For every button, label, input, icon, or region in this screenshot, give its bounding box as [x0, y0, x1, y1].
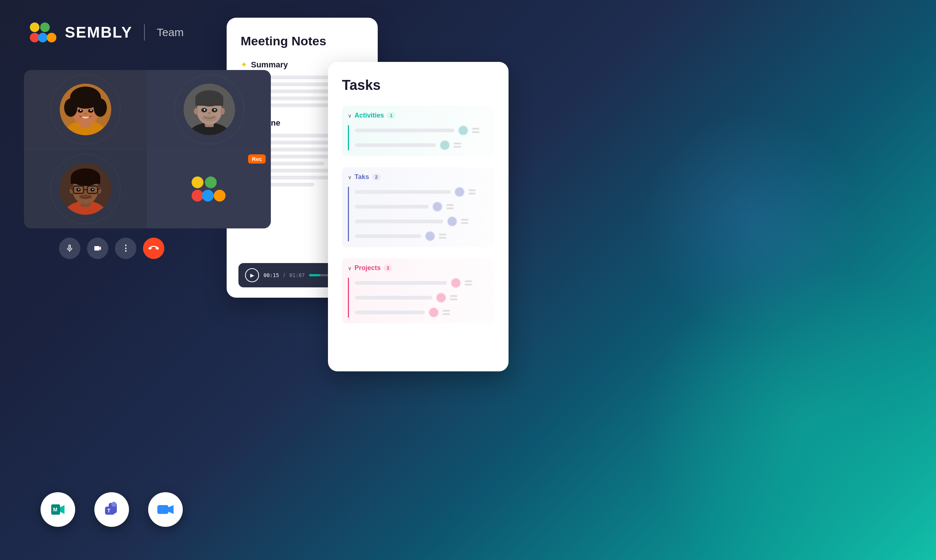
end-call-button[interactable] [143, 238, 164, 259]
svg-point-16 [83, 92, 89, 99]
taks-count: 2 [372, 174, 381, 180]
svg-point-63 [214, 190, 226, 202]
activities-count: 1 [387, 112, 396, 119]
svg-text:T: T [107, 508, 111, 514]
activities-chevron: ∨ [348, 113, 351, 118]
svg-point-19 [97, 101, 105, 108]
avatar-woman [60, 84, 111, 135]
meeting-notes-title: Meeting Notes [241, 34, 364, 48]
tasks-title: Tasks [342, 77, 494, 93]
svg-point-3 [38, 33, 48, 42]
taks-section: ∨ Taks 2 [342, 167, 494, 247]
tasks-card: Tasks ∨ Activities 1 [328, 62, 508, 371]
current-time: 00:15 [263, 272, 279, 278]
svg-point-0 [30, 23, 39, 32]
header: SEMBLY Team [29, 22, 184, 43]
video-cell-2 [148, 70, 271, 149]
progress-bar-fill [309, 274, 320, 276]
brand-name: SEMBLY [65, 23, 132, 41]
projects-section: ∨ Projects 3 [342, 258, 494, 323]
taks-chevron: ∨ [348, 174, 351, 180]
svg-point-14 [70, 96, 77, 102]
svg-point-62 [202, 190, 214, 202]
sembly-logo-icon [29, 22, 59, 43]
summary-icon: ✦ [241, 60, 247, 70]
camera-button[interactable] [87, 238, 108, 259]
sembly-mini-logo [191, 176, 228, 202]
more-button[interactable]: ⋮ [115, 238, 136, 259]
video-cell-3 [24, 149, 148, 228]
svg-point-68 [111, 502, 117, 507]
activities-label: Activities [354, 112, 384, 119]
svg-point-22 [80, 109, 82, 111]
rec-badge: Rec [248, 154, 266, 163]
video-cell-1 [24, 70, 148, 149]
svg-point-24 [84, 113, 87, 115]
svg-point-23 [90, 109, 92, 111]
svg-point-61 [192, 190, 203, 202]
svg-rect-71 [157, 505, 168, 514]
svg-point-4 [47, 33, 56, 42]
svg-point-15 [77, 94, 83, 100]
taks-label: Taks [354, 173, 369, 181]
activities-section: ∨ Activities 1 [342, 106, 494, 156]
svg-point-60 [205, 177, 217, 188]
summary-label: Summary [251, 60, 288, 70]
integration-icons-row: M T [40, 492, 183, 527]
svg-marker-65 [60, 505, 65, 514]
projects-label: Projects [354, 264, 381, 272]
google-meet-icon[interactable]: M [40, 492, 75, 527]
svg-point-59 [192, 177, 203, 188]
projects-count: 3 [383, 265, 392, 272]
microsoft-teams-icon[interactable]: T [94, 492, 129, 527]
total-time: 01:07 [289, 272, 305, 278]
play-button[interactable]: ▶ [245, 268, 259, 282]
video-cell-sembly: Rec [148, 149, 271, 228]
mic-button[interactable] [59, 238, 80, 259]
video-call-panel: Rec [24, 70, 271, 228]
brand-subtitle: Team [157, 26, 183, 39]
svg-text:M: M [53, 506, 57, 512]
projects-chevron: ∨ [348, 265, 351, 271]
svg-marker-72 [168, 505, 174, 514]
zoom-icon[interactable] [148, 492, 183, 527]
video-controls: ⋮ [59, 238, 164, 259]
time-separator: / [283, 272, 285, 278]
svg-point-1 [40, 23, 50, 32]
